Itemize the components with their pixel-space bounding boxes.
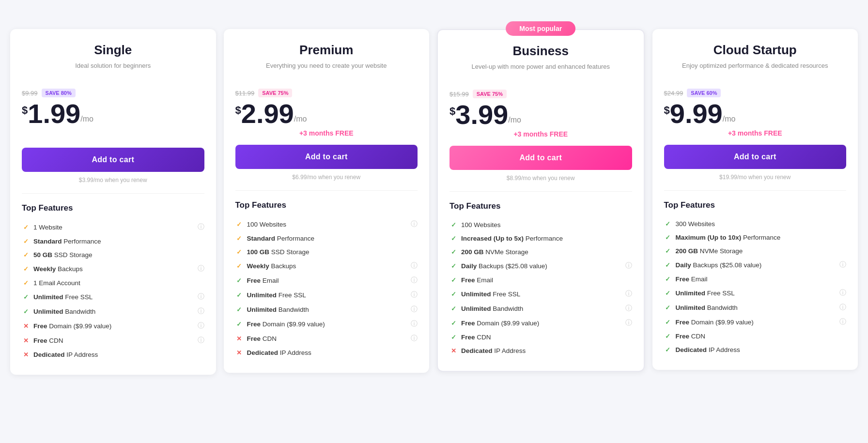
check-icon: ✕ [22, 351, 30, 358]
feature-item: ✓ 100 Websites [450, 218, 632, 231]
price-main: $ 9.99 /mo [664, 100, 847, 127]
check-icon: ✓ [664, 289, 672, 297]
feature-text: Unlimited Free SSL [33, 293, 93, 301]
feature-item: ✓ Increased (Up to 5x) Performance [450, 231, 632, 245]
info-icon[interactable]: ⓘ [411, 320, 418, 328]
info-icon[interactable]: ⓘ [839, 289, 846, 297]
feature-item: ✓ 50 GB SSD Storage [22, 248, 204, 261]
feature-text: 1 Email Account [33, 279, 80, 287]
add-to-cart-button[interactable]: Add to cart [235, 145, 418, 169]
info-icon[interactable]: ⓘ [198, 307, 204, 316]
price-amount: 9.99 [670, 100, 723, 127]
info-icon[interactable]: ⓘ [411, 290, 418, 299]
feature-item: ✓ Free Domain ($9.99 value) ⓘ [450, 316, 632, 330]
info-icon[interactable]: ⓘ [198, 336, 204, 345]
feature-text: Standard Performance [33, 238, 101, 245]
feature-text: 100 GB SSD Storage [247, 248, 310, 256]
feature-text: Weekly Backups [33, 265, 83, 273]
feature-item: ✓ Free Domain ($9.99 value) ⓘ [235, 317, 418, 331]
feature-item: ✓ Free Email ⓘ [235, 273, 418, 288]
feature-text: Unlimited Free SSL [676, 290, 735, 297]
original-price: $9.99 [22, 90, 38, 97]
feature-text: Unlimited Bandwidth [33, 308, 95, 315]
check-icon: ✓ [235, 320, 243, 328]
check-icon: ✓ [664, 304, 672, 311]
feature-text: 200 GB NVMe Storage [676, 247, 743, 255]
features-list: ✓ 100 Websites ✓ Increased (Up to 5x) Pe… [450, 218, 632, 357]
feature-item: ✓ Unlimited Free SSL ⓘ [22, 290, 204, 304]
info-icon[interactable]: ⓘ [198, 321, 204, 330]
info-icon[interactable]: ⓘ [839, 303, 846, 312]
add-to-cart-button[interactable]: Add to cart [664, 145, 847, 169]
feature-text: Free Domain ($9.99 value) [676, 319, 754, 326]
feature-item: ✓ Daily Backups ($25.08 value) ⓘ [664, 258, 847, 272]
info-icon[interactable]: ⓘ [198, 223, 204, 231]
feature-item: ✕ Dedicated IP Address [22, 348, 204, 361]
info-icon[interactable]: ⓘ [411, 305, 418, 314]
price-period: /mo [80, 115, 93, 123]
feature-text: Daily Backups ($25.08 value) [461, 262, 547, 270]
features-list: ✓ 1 Website ⓘ ✓ Standard Performance ✓ 5… [22, 220, 204, 361]
feature-text: Weekly Backups [247, 262, 296, 270]
feature-item: ✓ 200 GB NVMe Storage [450, 245, 632, 259]
info-icon[interactable]: ⓘ [625, 290, 632, 298]
info-icon[interactable]: ⓘ [198, 292, 204, 301]
check-icon: ✕ [235, 349, 243, 356]
feature-text: Maximum (Up to 10x) Performance [676, 234, 781, 241]
feature-item: ✓ Free CDN [450, 330, 632, 344]
feature-text: Standard Performance [247, 235, 315, 242]
price-period: /mo [294, 115, 307, 123]
divider [450, 191, 632, 192]
feature-item: ✓ Weekly Backups ⓘ [235, 259, 418, 273]
feature-text: Dedicated IP Address [461, 347, 526, 354]
price-main: $ 3.99 /mo [450, 101, 632, 128]
check-icon: ✓ [664, 318, 672, 326]
info-icon[interactable]: ⓘ [625, 261, 632, 270]
feature-item: ✓ Unlimited Free SSL ⓘ [664, 286, 847, 300]
feature-text: Daily Backups ($25.08 value) [676, 261, 762, 269]
info-icon[interactable]: ⓘ [411, 334, 418, 343]
add-to-cart-button[interactable]: Add to cart [450, 146, 632, 170]
check-icon: ✕ [22, 322, 30, 330]
feature-text: 200 GB NVMe Storage [461, 248, 528, 256]
pricing-row: $11.99 SAVE 75% [235, 89, 418, 97]
info-icon[interactable]: ⓘ [625, 319, 632, 327]
plan-desc: Everything you need to create your websi… [235, 61, 418, 79]
add-to-cart-button[interactable]: Add to cart [22, 148, 204, 172]
info-icon[interactable]: ⓘ [839, 318, 846, 326]
free-months: +3 months FREE [450, 130, 632, 138]
check-icon: ✓ [22, 293, 30, 301]
feature-text: Free CDN [461, 334, 491, 341]
check-icon: ✓ [235, 276, 243, 284]
info-icon[interactable]: ⓘ [625, 304, 632, 313]
original-price: $24.99 [664, 90, 683, 97]
feature-item: ✓ Standard Performance [22, 234, 204, 248]
price-period: /mo [508, 116, 521, 124]
check-icon: ✓ [450, 333, 457, 341]
feature-item: ✓ Unlimited Bandwidth ⓘ [450, 301, 632, 316]
plan-name: Business [450, 44, 632, 59]
info-icon[interactable]: ⓘ [411, 261, 418, 270]
original-price: $11.99 [235, 90, 255, 97]
info-icon[interactable]: ⓘ [839, 260, 846, 269]
feature-item: ✓ Unlimited Bandwidth ⓘ [22, 304, 204, 319]
feature-item: ✓ 200 GB NVMe Storage [664, 244, 847, 258]
check-icon: ✓ [235, 306, 243, 313]
feature-item: ✓ Weekly Backups ⓘ [22, 261, 204, 276]
feature-text: Free Email [676, 275, 708, 283]
info-icon[interactable]: ⓘ [411, 220, 418, 229]
free-months: +3 months FREE [664, 129, 847, 137]
plan-card-business: Most popular Business Level-up with more… [437, 29, 645, 372]
plan-card-single: Single Ideal solution for beginners $9.9… [10, 29, 216, 375]
info-icon[interactable]: ⓘ [411, 276, 418, 285]
info-icon[interactable]: ⓘ [198, 264, 204, 273]
price-main: $ 1.99 /mo [22, 100, 204, 127]
feature-item: ✓ 1 Email Account [22, 276, 204, 290]
price-amount: 2.99 [241, 100, 294, 127]
feature-text: Unlimited Bandwidth [676, 304, 738, 311]
features-list: ✓ 300 Websites ✓ Maximum (Up to 10x) Per… [664, 217, 847, 356]
feature-text: 100 Websites [461, 221, 501, 229]
price-amount: 3.99 [455, 101, 508, 128]
check-icon: ✓ [235, 262, 243, 270]
check-icon: ✓ [235, 220, 243, 228]
